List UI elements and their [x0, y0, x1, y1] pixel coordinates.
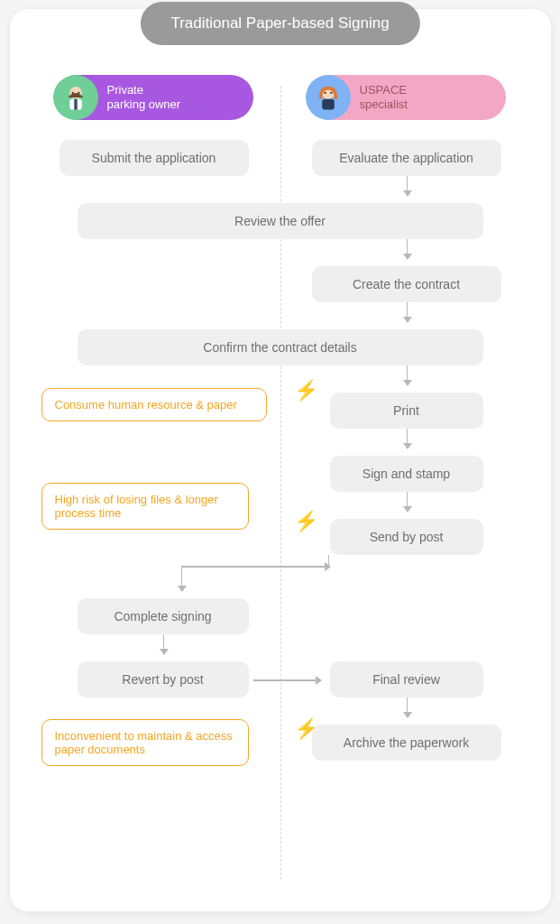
step-sign-stamp: Sign and stamp	[330, 456, 483, 492]
flow-area: Submit the application Evaluate the appl…	[41, 140, 519, 880]
callout-resource: Consume human resource & paper	[41, 388, 267, 421]
svg-point-8	[330, 92, 332, 94]
connector-icon	[181, 566, 330, 568]
role-owner-label: Private parking owner	[98, 78, 194, 118]
callout-inconvenient: Inconvenient to maintain & access paper …	[41, 719, 249, 766]
role-specialist-label: USPACE specialist	[351, 78, 420, 118]
svg-point-4	[78, 92, 79, 94]
step-complete-signing: Complete signing	[78, 598, 249, 634]
arrow-icon	[407, 492, 409, 512]
step-confirm: Confirm the contract details	[78, 329, 483, 365]
svg-point-3	[71, 92, 73, 94]
arrow-icon	[181, 566, 183, 591]
role-specialist: USPACE specialist	[308, 75, 506, 120]
arrow-icon	[407, 176, 409, 196]
title: Traditional Paper-based Signing	[140, 2, 419, 45]
arrow-icon	[407, 429, 409, 448]
owner-avatar-icon	[53, 75, 98, 120]
bolt-icon: ⚡	[294, 510, 318, 533]
step-evaluate: Evaluate the application	[312, 140, 501, 176]
arrow-icon	[407, 365, 409, 385]
step-revert-post: Revert by post	[78, 661, 249, 698]
specialist-avatar-icon	[306, 75, 351, 120]
arrow-icon	[407, 302, 409, 322]
callout-risk: High risk of losing files & longer proce…	[41, 483, 249, 530]
svg-rect-2	[74, 99, 77, 110]
step-print: Print	[330, 393, 483, 429]
step-send-post: Send by post	[330, 519, 483, 555]
arrow-icon	[253, 679, 321, 681]
role-owner: Private parking owner	[55, 75, 253, 120]
bolt-icon: ⚡	[294, 379, 318, 402]
arrow-icon	[163, 634, 165, 654]
connector-icon	[328, 555, 330, 566]
svg-point-7	[324, 92, 326, 94]
arrow-icon	[407, 239, 409, 259]
step-create-contract: Create the contract	[312, 266, 501, 302]
step-submit: Submit the application	[60, 140, 249, 176]
step-review-offer: Review the offer	[78, 203, 483, 239]
svg-rect-6	[322, 99, 335, 110]
diagram-card: Traditional Paper-based Signing Private …	[10, 9, 551, 911]
arrow-icon	[407, 698, 409, 717]
step-final-review: Final review	[330, 661, 483, 698]
step-archive: Archive the paperwork	[312, 725, 501, 761]
